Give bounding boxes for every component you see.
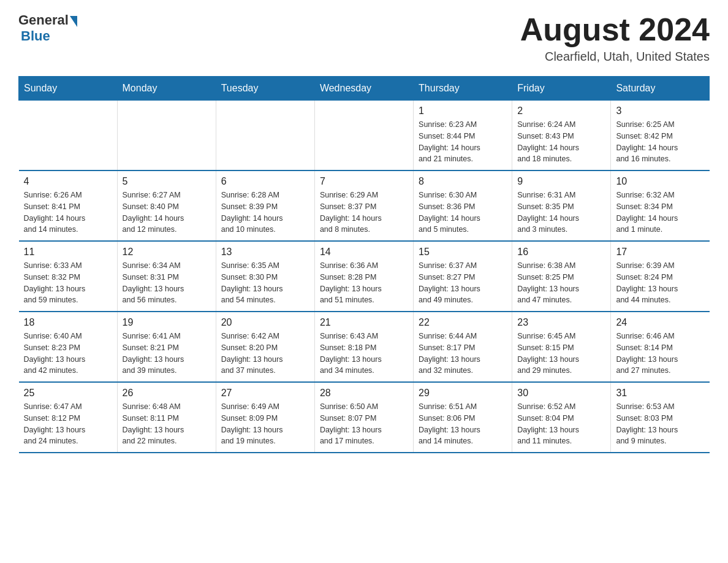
day-number: 13 (221, 247, 309, 258)
month-year-title: August 2024 (520, 12, 710, 47)
day-info: Sunrise: 6:27 AM Sunset: 8:40 PM Dayligh… (123, 190, 211, 236)
day-number: 8 (419, 176, 507, 187)
calendar-cell: 9Sunrise: 6:31 AM Sunset: 8:35 PM Daylig… (512, 170, 611, 241)
header-saturday: Saturday (611, 77, 710, 101)
day-info: Sunrise: 6:50 AM Sunset: 8:07 PM Dayligh… (320, 401, 408, 447)
day-number: 26 (123, 388, 211, 399)
day-number: 18 (24, 317, 112, 328)
calendar-cell: 27Sunrise: 6:49 AM Sunset: 8:09 PM Dayli… (216, 382, 314, 453)
day-number: 15 (419, 247, 507, 258)
calendar-cell: 12Sunrise: 6:34 AM Sunset: 8:31 PM Dayli… (117, 241, 216, 312)
calendar-cell: 29Sunrise: 6:51 AM Sunset: 8:06 PM Dayli… (414, 382, 512, 453)
day-number: 11 (24, 247, 112, 258)
calendar-cell (117, 101, 216, 171)
day-number: 5 (123, 176, 211, 187)
calendar-cell: 10Sunrise: 6:32 AM Sunset: 8:34 PM Dayli… (611, 170, 710, 241)
day-info: Sunrise: 6:30 AM Sunset: 8:36 PM Dayligh… (419, 190, 507, 236)
calendar-cell: 23Sunrise: 6:45 AM Sunset: 8:15 PM Dayli… (512, 312, 611, 382)
calendar-cell: 6Sunrise: 6:28 AM Sunset: 8:39 PM Daylig… (216, 170, 314, 241)
calendar-cell: 17Sunrise: 6:39 AM Sunset: 8:24 PM Dayli… (611, 241, 710, 312)
calendar-cell: 26Sunrise: 6:48 AM Sunset: 8:11 PM Dayli… (117, 382, 216, 453)
title-section: August 2024 Clearfield, Utah, United Sta… (520, 12, 710, 64)
calendar-header-row: SundayMondayTuesdayWednesdayThursdayFrid… (19, 77, 710, 101)
day-info: Sunrise: 6:46 AM Sunset: 8:14 PM Dayligh… (616, 331, 704, 377)
day-info: Sunrise: 6:43 AM Sunset: 8:18 PM Dayligh… (320, 331, 408, 377)
calendar-cell: 11Sunrise: 6:33 AM Sunset: 8:32 PM Dayli… (19, 241, 118, 312)
day-number: 22 (419, 317, 507, 328)
day-number: 29 (419, 388, 507, 399)
day-number: 24 (616, 317, 704, 328)
day-info: Sunrise: 6:33 AM Sunset: 8:32 PM Dayligh… (24, 260, 112, 306)
calendar-cell: 15Sunrise: 6:37 AM Sunset: 8:27 PM Dayli… (414, 241, 512, 312)
day-info: Sunrise: 6:34 AM Sunset: 8:31 PM Dayligh… (123, 260, 211, 306)
calendar-cell: 25Sunrise: 6:47 AM Sunset: 8:12 PM Dayli… (19, 382, 118, 453)
day-number: 2 (517, 105, 605, 117)
day-number: 1 (419, 105, 507, 117)
calendar-cell: 3Sunrise: 6:25 AM Sunset: 8:42 PM Daylig… (611, 101, 710, 171)
day-info: Sunrise: 6:31 AM Sunset: 8:35 PM Dayligh… (517, 190, 605, 236)
day-info: Sunrise: 6:48 AM Sunset: 8:11 PM Dayligh… (123, 401, 211, 447)
calendar-week-row: 18Sunrise: 6:40 AM Sunset: 8:23 PM Dayli… (19, 312, 710, 382)
day-number: 10 (616, 176, 704, 187)
day-info: Sunrise: 6:41 AM Sunset: 8:21 PM Dayligh… (123, 331, 211, 377)
day-number: 19 (123, 317, 211, 328)
calendar-cell: 2Sunrise: 6:24 AM Sunset: 8:43 PM Daylig… (512, 101, 611, 171)
calendar-cell (216, 101, 314, 171)
calendar-cell: 7Sunrise: 6:29 AM Sunset: 8:37 PM Daylig… (314, 170, 413, 241)
day-number: 25 (24, 388, 112, 399)
calendar-cell: 31Sunrise: 6:53 AM Sunset: 8:03 PM Dayli… (611, 382, 710, 453)
calendar-cell: 28Sunrise: 6:50 AM Sunset: 8:07 PM Dayli… (314, 382, 413, 453)
calendar-cell: 18Sunrise: 6:40 AM Sunset: 8:23 PM Dayli… (19, 312, 118, 382)
calendar-cell: 16Sunrise: 6:38 AM Sunset: 8:25 PM Dayli… (512, 241, 611, 312)
day-info: Sunrise: 6:36 AM Sunset: 8:28 PM Dayligh… (320, 260, 408, 306)
day-info: Sunrise: 6:51 AM Sunset: 8:06 PM Dayligh… (419, 401, 507, 447)
logo-text-blue: Blue (21, 28, 50, 44)
header-monday: Monday (117, 77, 216, 101)
day-info: Sunrise: 6:24 AM Sunset: 8:43 PM Dayligh… (517, 119, 605, 165)
day-info: Sunrise: 6:37 AM Sunset: 8:27 PM Dayligh… (419, 260, 507, 306)
calendar-week-row: 25Sunrise: 6:47 AM Sunset: 8:12 PM Dayli… (19, 382, 710, 453)
day-info: Sunrise: 6:35 AM Sunset: 8:30 PM Dayligh… (221, 260, 309, 306)
day-number: 30 (517, 388, 605, 399)
calendar-week-row: 11Sunrise: 6:33 AM Sunset: 8:32 PM Dayli… (19, 241, 710, 312)
day-info: Sunrise: 6:39 AM Sunset: 8:24 PM Dayligh… (616, 260, 704, 306)
calendar-cell: 14Sunrise: 6:36 AM Sunset: 8:28 PM Dayli… (314, 241, 413, 312)
day-info: Sunrise: 6:38 AM Sunset: 8:25 PM Dayligh… (517, 260, 605, 306)
day-info: Sunrise: 6:40 AM Sunset: 8:23 PM Dayligh… (24, 331, 112, 377)
day-info: Sunrise: 6:25 AM Sunset: 8:42 PM Dayligh… (616, 119, 704, 165)
calendar-cell: 20Sunrise: 6:42 AM Sunset: 8:20 PM Dayli… (216, 312, 314, 382)
calendar-table: SundayMondayTuesdayWednesdayThursdayFrid… (18, 76, 710, 453)
calendar-cell (19, 101, 118, 171)
header-wednesday: Wednesday (314, 77, 413, 101)
day-info: Sunrise: 6:47 AM Sunset: 8:12 PM Dayligh… (24, 401, 112, 447)
calendar-cell: 30Sunrise: 6:52 AM Sunset: 8:04 PM Dayli… (512, 382, 611, 453)
day-number: 16 (517, 247, 605, 258)
calendar-cell: 8Sunrise: 6:30 AM Sunset: 8:36 PM Daylig… (414, 170, 512, 241)
logo: General Blue (18, 12, 77, 44)
day-number: 7 (320, 176, 408, 187)
day-info: Sunrise: 6:28 AM Sunset: 8:39 PM Dayligh… (221, 190, 309, 236)
header-sunday: Sunday (19, 77, 118, 101)
logo-top: General (18, 12, 77, 28)
day-info: Sunrise: 6:49 AM Sunset: 8:09 PM Dayligh… (221, 401, 309, 447)
calendar-cell: 4Sunrise: 6:26 AM Sunset: 8:41 PM Daylig… (19, 170, 118, 241)
day-number: 17 (616, 247, 704, 258)
calendar-cell: 13Sunrise: 6:35 AM Sunset: 8:30 PM Dayli… (216, 241, 314, 312)
day-info: Sunrise: 6:26 AM Sunset: 8:41 PM Dayligh… (24, 190, 112, 236)
day-info: Sunrise: 6:29 AM Sunset: 8:37 PM Dayligh… (320, 190, 408, 236)
calendar-week-row: 1Sunrise: 6:23 AM Sunset: 8:44 PM Daylig… (19, 101, 710, 171)
day-number: 20 (221, 317, 309, 328)
day-number: 4 (24, 176, 112, 187)
day-number: 31 (616, 388, 704, 399)
day-number: 6 (221, 176, 309, 187)
day-number: 21 (320, 317, 408, 328)
calendar-cell: 19Sunrise: 6:41 AM Sunset: 8:21 PM Dayli… (117, 312, 216, 382)
day-number: 14 (320, 247, 408, 258)
calendar-cell: 22Sunrise: 6:44 AM Sunset: 8:17 PM Dayli… (414, 312, 512, 382)
calendar-cell (314, 101, 413, 171)
logo-arrow-icon (70, 16, 77, 27)
day-number: 27 (221, 388, 309, 399)
day-info: Sunrise: 6:32 AM Sunset: 8:34 PM Dayligh… (616, 190, 704, 236)
header-tuesday: Tuesday (216, 77, 314, 101)
day-number: 12 (123, 247, 211, 258)
